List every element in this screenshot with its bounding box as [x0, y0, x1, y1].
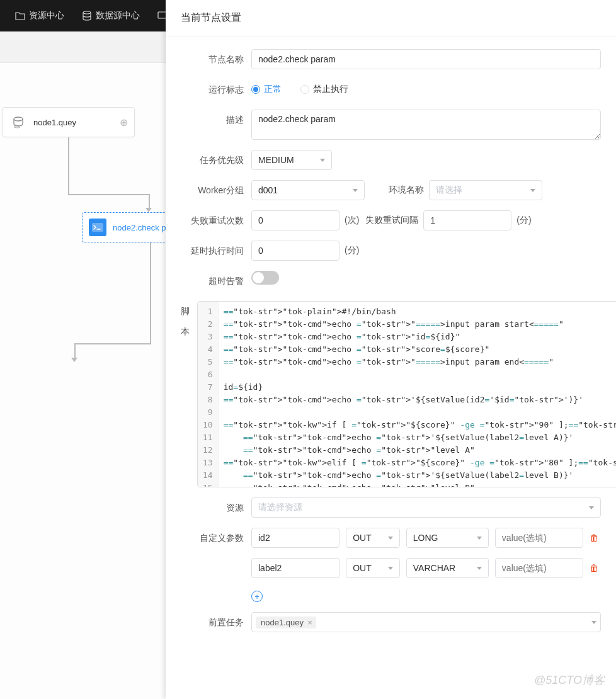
svg-rect-4: [92, 223, 103, 232]
worker-group-select[interactable]: d001: [251, 180, 365, 200]
label-priority: 任务优先级: [181, 150, 251, 170]
watermark: @51CTO博客: [534, 673, 605, 688]
param-row: OUT LONG 🗑: [251, 528, 601, 548]
svg-text:SQL: SQL: [14, 125, 20, 128]
label-script: 脚本: [181, 301, 197, 341]
plus-icon[interactable]: ⊕: [120, 116, 128, 128]
label-custom-params: 自定义参数: [181, 528, 251, 548]
script-editor[interactable]: 123456789101112131415 =="tok-str">"tok-p…: [197, 301, 616, 487]
dag-node-label: node1.quey: [33, 118, 120, 127]
edge: [150, 242, 151, 343]
priority-select[interactable]: MEDIUM: [251, 150, 332, 170]
folder-icon: [15, 11, 25, 20]
svg-point-0: [83, 11, 91, 14]
param-dir-select[interactable]: OUT: [346, 558, 400, 578]
add-param-button[interactable]: +: [251, 591, 263, 602]
drawer-title: 当前节点设置: [166, 0, 616, 37]
edge: [68, 137, 69, 194]
sql-icon: SQL: [9, 113, 27, 131]
svg-point-2: [14, 117, 23, 121]
label-env: 环境名称: [370, 185, 424, 196]
chevron-down-icon: [589, 506, 594, 509]
pre-task-tag[interactable]: node1.quey: [256, 617, 316, 628]
delay-input[interactable]: [251, 241, 339, 261]
chevron-down-icon: [353, 189, 358, 192]
radio-forbid[interactable]: 禁止执行: [300, 84, 348, 95]
delete-icon[interactable]: 🗑: [590, 533, 601, 543]
param-name-input[interactable]: [251, 558, 339, 578]
label-delay: 延时执行时间: [181, 241, 251, 261]
topbar-datasource-center[interactable]: 数据源中心: [73, 10, 149, 21]
chevron-down-icon: [388, 567, 393, 570]
label-pre-tasks: 前置任务: [181, 612, 251, 632]
code-body[interactable]: =="tok-str">"tok-plain">#!/bin/bash=="to…: [219, 302, 616, 487]
node-name-input[interactable]: [251, 49, 601, 69]
topbar-item-label: 资源中心: [29, 10, 64, 21]
unit-times: (次): [345, 215, 359, 226]
param-type-select[interactable]: VARCHAR: [406, 558, 489, 578]
db-icon: [82, 11, 92, 21]
node-settings-drawer: 当前节点设置 节点名称 运行标志 正常 禁止执行 描述 node2.check …: [166, 0, 616, 699]
label-retry-interval: 失败重试间隔: [364, 215, 418, 226]
chevron-down-icon: [388, 537, 393, 540]
chevron-down-icon: [477, 567, 482, 570]
chevron-down-icon: [320, 159, 325, 162]
label-resource: 资源: [181, 497, 251, 518]
edge: [68, 194, 150, 195]
retry-count-input[interactable]: [251, 210, 339, 230]
retry-interval-input[interactable]: [423, 210, 511, 230]
param-dir-select[interactable]: OUT: [346, 528, 400, 548]
unit-min: (分): [516, 215, 531, 226]
chevron-down-icon: [591, 621, 596, 624]
timeout-switch[interactable]: [251, 271, 279, 285]
label-timeout: 超时告警: [181, 271, 251, 291]
edge: [74, 343, 151, 344]
chevron-down-icon: [477, 537, 482, 540]
env-select[interactable]: 请选择: [429, 180, 542, 200]
line-gutter: 123456789101112131415: [198, 302, 219, 487]
param-name-input[interactable]: [251, 528, 339, 548]
resource-select[interactable]: 请选择资源: [251, 497, 601, 518]
unit-min: (分): [345, 245, 359, 256]
chevron-down-icon: [530, 189, 535, 192]
param-value-input[interactable]: [495, 528, 583, 548]
dag-node-node1[interactable]: SQL node1.quey ⊕: [3, 107, 135, 137]
pre-tasks-select[interactable]: node1.quey: [251, 612, 601, 632]
arrow-icon: [145, 208, 152, 212]
shell-icon: [89, 219, 106, 236]
radio-normal[interactable]: 正常: [251, 84, 282, 95]
param-row: OUT VARCHAR 🗑: [251, 558, 601, 578]
label-retry-count: 失败重试次数: [181, 210, 251, 230]
desc-textarea[interactable]: node2.check param: [251, 110, 601, 140]
label-run-flag: 运行标志: [181, 79, 251, 99]
delete-icon[interactable]: 🗑: [590, 563, 601, 573]
label-worker-group: Worker分组: [181, 180, 251, 200]
drawer-body: 节点名称 运行标志 正常 禁止执行 描述 node2.check param 任…: [166, 37, 616, 699]
topbar-item-label: 数据源中心: [96, 10, 140, 21]
param-value-input[interactable]: [495, 558, 583, 578]
param-type-select[interactable]: LONG: [406, 528, 489, 548]
label-desc: 描述: [181, 110, 251, 130]
label-node-name: 节点名称: [181, 49, 251, 69]
run-flag-radios: 正常 禁止执行: [251, 79, 348, 99]
topbar-resource-center[interactable]: 资源中心: [6, 10, 73, 21]
arrow-icon: [71, 358, 77, 362]
